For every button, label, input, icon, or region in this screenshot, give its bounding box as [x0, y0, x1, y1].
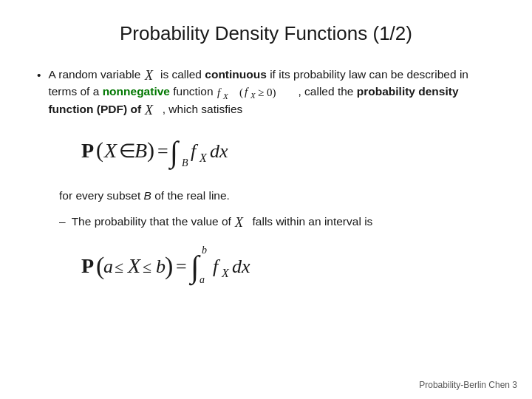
svg-text:X: X [221, 267, 230, 279]
for-every-text: for every subset B of the real line. [59, 187, 495, 204]
svg-text:a: a [200, 274, 205, 285]
bullet-item-1: • A random variable X is called continuo… [37, 66, 495, 117]
fx-geq-0-icon: ( f X ≥ 0) [239, 84, 295, 100]
svg-text:B: B [134, 139, 147, 162]
variable-X-icon: X [144, 68, 157, 83]
svg-text:=: = [157, 140, 168, 162]
svg-text:≤: ≤ [143, 258, 151, 276]
slide-footer: Probability-Berlin Chen 3 [419, 380, 517, 390]
sub-bullet-dash: – [59, 213, 66, 230]
green-nonnegative: nonnegative [103, 85, 170, 98]
second-formula-block: P ( a ≤ X ≤ b ) = ∫ b [81, 242, 495, 292]
slide-title: Probability Density Functions (1/2) [37, 22, 495, 45]
main-formula-svg: P ( X ∈ B ) = ∫ B f X dx [81, 129, 288, 170]
svg-text:X: X [127, 254, 141, 277]
svg-text:∈: ∈ [119, 140, 136, 162]
svg-text:f: f [217, 86, 222, 98]
slide-content: • A random variable X is called continuo… [37, 66, 495, 292]
svg-text:≤: ≤ [115, 258, 123, 276]
svg-text:X: X [199, 151, 208, 164]
svg-text:X: X [234, 215, 244, 230]
svg-text:f: f [213, 256, 221, 277]
svg-text:X: X [144, 68, 154, 83]
bold-continuous: continuous [205, 68, 267, 81]
svg-text:B: B [182, 157, 188, 168]
svg-text:X: X [222, 92, 229, 100]
bullet-text-1: A random variable X is called continuous… [48, 66, 495, 117]
svg-text:∫: ∫ [168, 135, 180, 170]
svg-text:X: X [250, 91, 256, 100]
slide: Probability Density Functions (1/2) • A … [0, 0, 532, 399]
svg-text:P: P [81, 139, 94, 162]
svg-text:≥ 0): ≥ 0) [258, 86, 276, 99]
variable-X2-icon: X [144, 103, 159, 117]
svg-text:): ) [165, 252, 173, 280]
svg-text:X: X [103, 139, 117, 162]
svg-text:dx: dx [232, 256, 250, 277]
main-formula-block: P ( X ∈ B ) = ∫ B f X dx [81, 129, 495, 174]
svg-text:X: X [144, 103, 154, 117]
svg-text:(: ( [239, 86, 243, 99]
svg-text:(: ( [96, 137, 103, 163]
bullet-symbol: • [37, 66, 41, 83]
sub-bullet-1: – The probability that the value of X fa… [59, 213, 495, 230]
svg-text:): ) [147, 137, 154, 163]
sub-bullet-text: The probability that the value of X fall… [72, 213, 373, 230]
svg-text:f: f [191, 140, 199, 162]
fx-icon: f X [216, 85, 236, 100]
svg-text:=: = [176, 256, 187, 277]
svg-text:P: P [81, 254, 94, 277]
svg-text:f: f [245, 86, 249, 98]
svg-text:b: b [202, 245, 207, 256]
variable-X3-icon: X [234, 215, 249, 230]
svg-text:dx: dx [210, 140, 228, 162]
second-formula-svg: P ( a ≤ X ≤ b ) = ∫ b [81, 242, 318, 287]
svg-text:a: a [103, 256, 113, 277]
